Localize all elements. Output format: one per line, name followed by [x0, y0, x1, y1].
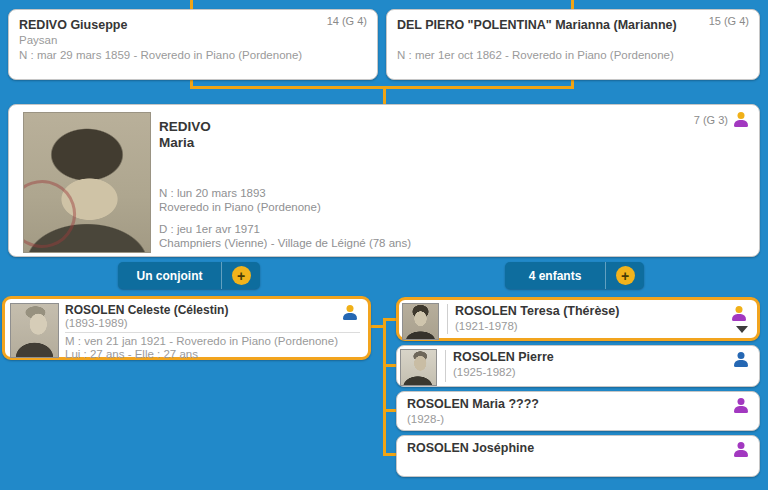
- connector-line: [571, 0, 574, 9]
- male-person-icon: [733, 352, 749, 367]
- sosa-badge: 15 (G 4): [709, 15, 749, 27]
- portrait-photo: [402, 303, 439, 340]
- person-surname: REDIVO: [159, 119, 211, 135]
- sosa-badge: 7 (G 3): [694, 114, 728, 126]
- spouse-card[interactable]: ROSOLEN Celeste (Célestin) (1893-1989) M…: [2, 296, 371, 360]
- female-person-icon: [733, 442, 749, 457]
- connector-line: [190, 86, 574, 89]
- female-person-icon: [733, 112, 749, 127]
- death-place: Champniers (Vienne) - Village de Léigné …: [159, 236, 411, 250]
- family-tree-canvas: 14 (G 4) REDIVO Giuseppe Paysan N : mar …: [0, 0, 768, 490]
- person-years: (1928-): [407, 412, 539, 427]
- children-section-label: 4 enfants: [505, 262, 605, 289]
- female-person-icon: [731, 306, 747, 321]
- person-name: ROSOLEN Joséphine: [407, 441, 534, 456]
- children-section-button[interactable]: 4 enfants +: [505, 262, 644, 289]
- portrait-photo: [23, 112, 151, 253]
- spouse-section-label: Un conjoint: [118, 262, 221, 289]
- person-occupation: [397, 33, 749, 48]
- child-card[interactable]: ROSOLEN Joséphine: [396, 435, 760, 477]
- connector-line: [190, 0, 193, 9]
- main-person-card[interactable]: 7 (G 3) REDIVO Maria N : lun 20 mars 189…: [8, 104, 760, 257]
- female-person-icon: [733, 398, 749, 413]
- person-occupation: Paysan: [19, 33, 367, 48]
- father-card[interactable]: 14 (G 4) REDIVO Giuseppe Paysan N : mar …: [8, 9, 378, 80]
- person-name: ROSOLEN Maria ????: [407, 397, 539, 412]
- portrait-photo: [400, 349, 437, 386]
- person-name: ROSOLEN Teresa (Thérèse): [455, 304, 619, 319]
- photo-stamp: [23, 171, 85, 253]
- portrait-photo: [10, 303, 59, 358]
- person-name: DEL PIERO "POLENTINA" Marianna (Marianne…: [397, 18, 749, 33]
- sosa-badge: 14 (G 4): [327, 15, 367, 27]
- plus-icon: +: [616, 266, 635, 285]
- person-years: (1893-1989): [65, 317, 360, 330]
- person-years: (1921-1978): [455, 319, 619, 334]
- add-spouse-button[interactable]: +: [222, 262, 260, 289]
- person-name: ROSOLEN Celeste (Célestin): [65, 304, 360, 317]
- birth-place: Roveredo in Piano (Pordenone): [159, 200, 321, 214]
- male-person-icon: [342, 305, 358, 320]
- child-card[interactable]: ROSOLEN Teresa (Thérèse) (1921-1978): [396, 297, 760, 341]
- connector-line: [383, 88, 386, 105]
- connector-line: [385, 318, 396, 321]
- marriage-ages: Lui : 27 ans - Elle : 27 ans: [65, 348, 360, 361]
- person-birth: N : mer 1er oct 1862 - Roveredo in Piano…: [397, 48, 749, 63]
- connector-line: [385, 364, 396, 367]
- marriage-info: M : ven 21 jan 1921 - Roveredo in Piano …: [65, 335, 360, 348]
- plus-icon: +: [232, 266, 251, 285]
- add-child-button[interactable]: +: [606, 262, 644, 289]
- person-years: (1925-1982): [453, 365, 554, 380]
- connector-line: [385, 409, 396, 412]
- child-card[interactable]: ROSOLEN Maria ???? (1928-): [396, 391, 760, 431]
- connector-line: [383, 318, 386, 456]
- mother-card[interactable]: 15 (G 4) DEL PIERO "POLENTINA" Marianna …: [386, 9, 760, 80]
- expand-descendants-arrow[interactable]: [736, 326, 748, 333]
- person-name: REDIVO Maria: [159, 119, 211, 151]
- birth-date: N : lun 20 mars 1893: [159, 186, 266, 200]
- death-date: D : jeu 1er avr 1971: [159, 222, 260, 236]
- person-name: ROSOLEN Pierre: [453, 350, 554, 365]
- person-birth: N : mar 29 mars 1859 - Roveredo in Piano…: [19, 48, 367, 63]
- divider: [65, 332, 360, 333]
- spouse-section-button[interactable]: Un conjoint +: [118, 262, 260, 289]
- connector-line: [385, 453, 396, 456]
- person-name: REDIVO Giuseppe: [19, 18, 367, 33]
- person-firstname: Maria: [159, 135, 211, 151]
- child-card[interactable]: ROSOLEN Pierre (1925-1982): [396, 345, 760, 387]
